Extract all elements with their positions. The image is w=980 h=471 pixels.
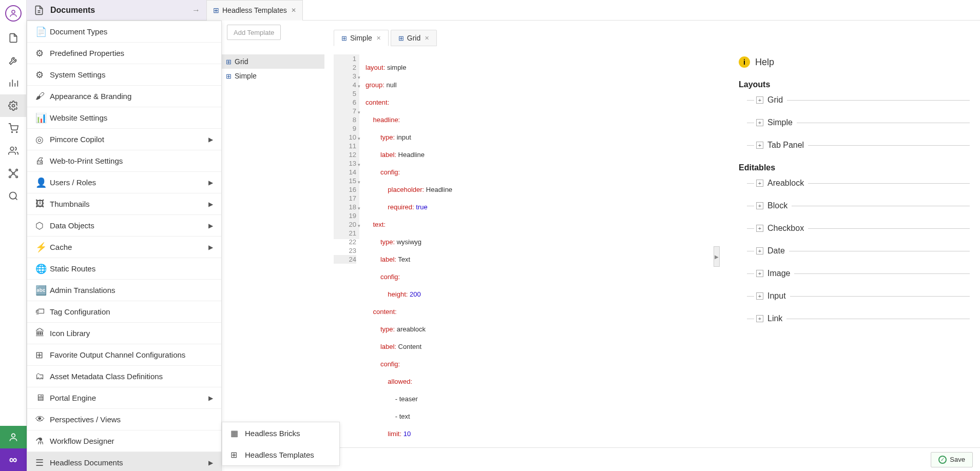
user-icon: 👤 (35, 177, 50, 188)
svg-point-11 (11, 434, 15, 437)
menu-tag-configuration[interactable]: 🏷Tag Configuration (27, 301, 221, 323)
toolbar: Add Template (206, 21, 324, 44)
svg-point-1 (12, 105, 14, 107)
plus-icon[interactable]: + (756, 142, 763, 149)
menu-perspectives[interactable]: 👁Perspectives / Views (27, 409, 221, 430)
stats-icon[interactable] (0, 72, 27, 94)
template-list: ⊞Grid ⊞Simple (222, 54, 324, 83)
menu-data-objects[interactable]: ⬡Data Objects▶ (27, 215, 221, 237)
chevron-right-icon: ▶ (208, 459, 213, 466)
help-item-image[interactable]: +Image (747, 269, 970, 278)
help-item-input[interactable]: +Input (747, 291, 970, 301)
menu-pimcore-copilot[interactable]: ◎Pimcore Copilot▶ (27, 129, 221, 150)
pimcore-logo-icon[interactable]: ∞ (0, 448, 27, 471)
inner-tab-simple[interactable]: ⊞Simple✕ (334, 30, 389, 46)
help-item-block[interactable]: +Block (747, 201, 970, 210)
menu-system-settings[interactable]: ⚙System Settings (27, 64, 221, 86)
globe-icon: 🌐 (35, 263, 50, 274)
help-item-grid[interactable]: +Grid (747, 95, 970, 105)
main-tabs: ⊞ Headless Templates ✕ (206, 0, 980, 21)
inner-tab-grid[interactable]: ⊞Grid✕ (391, 30, 437, 46)
search-icon[interactable] (0, 185, 27, 207)
plus-icon[interactable]: + (756, 247, 763, 254)
document-types-icon: 📄 (35, 26, 50, 37)
user-avatar[interactable] (5, 5, 22, 22)
help-item-areablock[interactable]: +Areablock (747, 179, 970, 188)
menu-asset-metadata[interactable]: 🗂Asset Metadata Class Definitions (27, 366, 221, 387)
plus-icon[interactable]: + (756, 119, 763, 126)
menu-document-types[interactable]: 📄Document Types (27, 21, 221, 43)
plus-icon[interactable]: + (756, 202, 763, 209)
menu-website-settings[interactable]: 📊Website Settings (27, 107, 221, 129)
datahub-icon[interactable] (0, 162, 27, 185)
plus-icon[interactable]: + (756, 225, 763, 232)
help-item-date[interactable]: +Date (747, 246, 970, 256)
svg-point-9 (16, 176, 17, 178)
settings-icon[interactable] (0, 94, 27, 117)
add-template-button[interactable]: Add Template (227, 25, 281, 40)
template-item-grid[interactable]: ⊞Grid (222, 54, 324, 69)
inner-tabs: ⊞Simple✕ ⊞Grid✕ (334, 28, 439, 46)
plus-icon[interactable]: + (756, 315, 763, 322)
grid-icon: ⊞ (35, 349, 50, 361)
editor-content[interactable]: layout: simple group: null content: head… (359, 54, 714, 239)
template-icon: ⊞ (213, 6, 219, 14)
cart-icon[interactable] (0, 117, 27, 140)
gear-icon: ⚙ (35, 69, 50, 81)
menu-workflow-designer[interactable]: ⚗Workflow Designer (27, 430, 221, 452)
svg-point-5 (12, 172, 14, 174)
help-item-checkbox[interactable]: +Checkbox (747, 224, 970, 233)
plus-icon[interactable]: + (756, 180, 763, 187)
document-icon (33, 4, 45, 16)
plus-icon[interactable]: + (756, 292, 763, 300)
plus-icon[interactable]: + (756, 270, 763, 277)
close-icon[interactable]: ✕ (291, 7, 296, 14)
menu-admin-translations[interactable]: 🔤Admin Translations (27, 280, 221, 301)
chevron-right-icon: ▶ (208, 136, 213, 143)
brush-icon: 🖌 (35, 91, 50, 102)
template-item-simple[interactable]: ⊞Simple (222, 69, 324, 83)
menu-static-routes[interactable]: 🌐Static Routes (27, 258, 221, 280)
menu-headless-documents[interactable]: ☰Headless Documents▶ (27, 452, 221, 471)
help-item-simple[interactable]: +Simple (747, 118, 970, 127)
menu-users-roles[interactable]: 👤Users / Roles▶ (27, 172, 221, 193)
help-item-link[interactable]: +Link (747, 314, 970, 323)
menu-portal-engine[interactable]: 🖥Portal Engine▶ (27, 387, 221, 409)
tag-icon: 🏷 (35, 306, 50, 317)
library-icon: 🏛 (35, 328, 50, 339)
help-item-tabpanel[interactable]: +Tab Panel (747, 141, 970, 150)
menu-predefined-properties[interactable]: ⚙Predefined Properties (27, 43, 221, 64)
menu-appearance[interactable]: 🖌Appearance & Branding (27, 86, 221, 107)
menu-thumbnails[interactable]: 🖼Thumbnails▶ (27, 193, 221, 215)
submenu-headless-templates[interactable]: ⊞Headless Templates (222, 444, 339, 465)
svg-point-4 (10, 147, 14, 151)
menu-favorite-output[interactable]: ⊞Favorite Output Channel Configurations (27, 344, 221, 366)
panel-collapse-icon[interactable]: → (192, 6, 200, 15)
tab-headless-templates[interactable]: ⊞ Headless Templates ✕ (206, 0, 303, 21)
help-section-editables: Editables (739, 163, 970, 172)
info-icon: i (739, 56, 750, 68)
plus-icon[interactable]: + (756, 96, 763, 104)
eye-icon: 👁 (35, 414, 50, 425)
notification-icon[interactable] (0, 426, 27, 448)
menu-web-to-print[interactable]: 🖨Web-to-Print Settings (27, 150, 221, 172)
bricks-icon: ▦ (230, 428, 245, 438)
panel-title: Documents (50, 6, 192, 15)
templates-icon: ⊞ (230, 450, 245, 460)
save-button[interactable]: ✓ Save (931, 452, 973, 467)
code-editor[interactable]: 1 2 3▾ 4▾ 5 6 7▾ 8 9 10▾ 11 12 13▾ 14 15… (334, 54, 714, 239)
submenu-headless-bricks[interactable]: ▦Headless Bricks (222, 422, 339, 444)
close-icon[interactable]: ✕ (425, 35, 429, 42)
wrench-icon[interactable] (0, 49, 27, 72)
menu-cache[interactable]: ⚡Cache▶ (27, 237, 221, 258)
chevron-right-icon: ▶ (208, 244, 213, 251)
copilot-icon: ◎ (35, 134, 50, 145)
users-icon[interactable] (0, 140, 27, 162)
panel-expand-handle[interactable]: ▶ (714, 246, 720, 267)
headless-icon: ☰ (35, 457, 50, 468)
svg-point-8 (9, 176, 10, 178)
close-icon[interactable]: ✕ (376, 35, 381, 42)
menu-icon-library[interactable]: 🏛Icon Library (27, 323, 221, 344)
file-icon[interactable] (0, 27, 27, 49)
editor-gutter: 1 2 3▾ 4▾ 5 6 7▾ 8 9 10▾ 11 12 13▾ 14 15… (334, 54, 359, 239)
